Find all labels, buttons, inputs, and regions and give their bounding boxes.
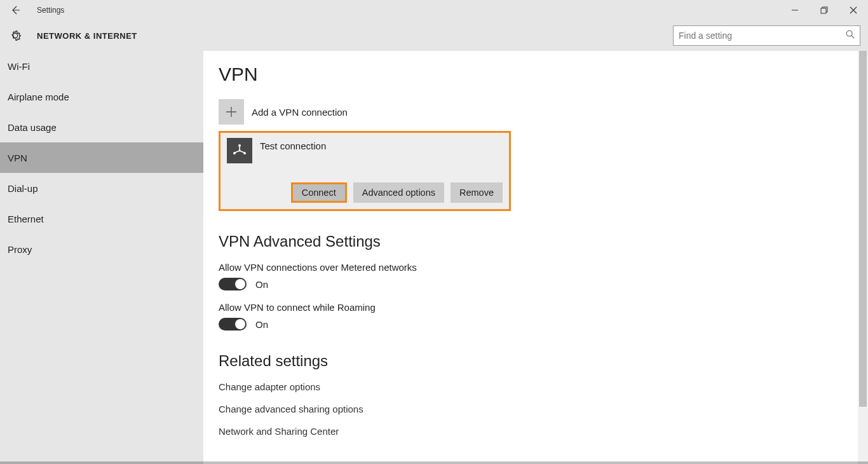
- titlebar: Settings: [0, 0, 868, 20]
- sidebar-item-proxy[interactable]: Proxy: [0, 234, 203, 264]
- sidebar-item-label: Airplane mode: [8, 92, 69, 102]
- content: VPN Add a VPN connection: [203, 51, 868, 464]
- sidebar-item-ethernet[interactable]: Ethernet: [0, 203, 203, 234]
- setting-label: Allow VPN connections over Metered netwo…: [219, 262, 853, 273]
- vpn-connection-buttons: Connect Advanced options Remove: [227, 182, 503, 203]
- search-box[interactable]: [673, 25, 860, 46]
- link-change-adapter-options[interactable]: Change adapter options: [219, 381, 853, 392]
- sidebar-item-wifi[interactable]: Wi-Fi: [0, 51, 203, 81]
- vpn-connection-name: Test connection: [260, 138, 326, 151]
- close-icon: [850, 6, 857, 14]
- svg-point-1: [846, 31, 852, 36]
- toggle-state: On: [255, 279, 268, 290]
- sidebar-item-label: Ethernet: [8, 214, 44, 224]
- sidebar-item-label: VPN: [8, 153, 27, 163]
- svg-point-5: [239, 150, 241, 152]
- connect-button[interactable]: Connect: [291, 182, 347, 203]
- advanced-options-button[interactable]: Advanced options: [353, 182, 444, 203]
- maximize-button[interactable]: [810, 0, 839, 20]
- related-heading: Related settings: [219, 352, 853, 370]
- setting-roaming: Allow VPN to connect while Roaming On: [219, 302, 853, 331]
- sidebar-item-airplane-mode[interactable]: Airplane mode: [0, 81, 203, 112]
- sidebar-item-label: Proxy: [8, 244, 32, 255]
- sidebar-item-label: Wi-Fi: [8, 61, 30, 72]
- scrollbar-thumb[interactable]: [859, 51, 867, 407]
- back-button[interactable]: [0, 0, 31, 20]
- toggle-state: On: [255, 319, 268, 330]
- main: Wi-Fi Airplane mode Data usage VPN Dial-…: [0, 51, 868, 464]
- minimize-button[interactable]: [780, 0, 810, 20]
- search-input[interactable]: [679, 31, 846, 41]
- add-vpn-label: Add a VPN connection: [252, 107, 348, 118]
- bottom-edge: [0, 461, 868, 464]
- link-network-sharing-center[interactable]: Network and Sharing Center: [219, 426, 853, 437]
- sidebar-item-dialup[interactable]: Dial-up: [0, 173, 203, 203]
- sidebar-item-label: Data usage: [8, 122, 57, 133]
- setting-metered: Allow VPN connections over Metered netwo…: [219, 262, 853, 290]
- link-change-advanced-sharing[interactable]: Change advanced sharing options: [219, 404, 853, 414]
- close-button[interactable]: [839, 0, 868, 20]
- advanced-heading: VPN Advanced Settings: [219, 233, 853, 250]
- sidebar-item-label: Dial-up: [8, 183, 38, 194]
- gear-icon: [8, 28, 23, 43]
- scrollbar[interactable]: [858, 51, 868, 464]
- minimize-icon: [791, 6, 799, 14]
- content-wrap: VPN Add a VPN connection: [203, 51, 868, 464]
- vpn-connection-header: Test connection: [227, 138, 503, 163]
- maximize-icon: [820, 6, 828, 14]
- setting-label: Allow VPN to connect while Roaming: [219, 302, 853, 313]
- search-icon: [846, 30, 855, 41]
- header: NETWORK & INTERNET: [0, 20, 868, 51]
- svg-point-2: [238, 144, 241, 147]
- page-caption: NETWORK & INTERNET: [37, 31, 137, 41]
- sidebar-item-data-usage[interactable]: Data usage: [0, 112, 203, 142]
- page-title: VPN: [219, 64, 853, 85]
- sidebar-item-vpn[interactable]: VPN: [0, 142, 203, 173]
- plus-icon: [219, 99, 244, 125]
- remove-button[interactable]: Remove: [451, 182, 503, 203]
- arrow-left-icon: [10, 5, 20, 15]
- toggle-metered[interactable]: [219, 278, 247, 290]
- sidebar: Wi-Fi Airplane mode Data usage VPN Dial-…: [0, 51, 203, 464]
- vpn-connection-card[interactable]: Test connection Connect Advanced options…: [219, 131, 511, 211]
- svg-rect-0: [821, 8, 826, 13]
- vpn-icon: [227, 138, 252, 163]
- add-vpn-row[interactable]: Add a VPN connection: [219, 99, 853, 125]
- toggle-roaming[interactable]: [219, 318, 247, 331]
- window-title: Settings: [37, 6, 64, 15]
